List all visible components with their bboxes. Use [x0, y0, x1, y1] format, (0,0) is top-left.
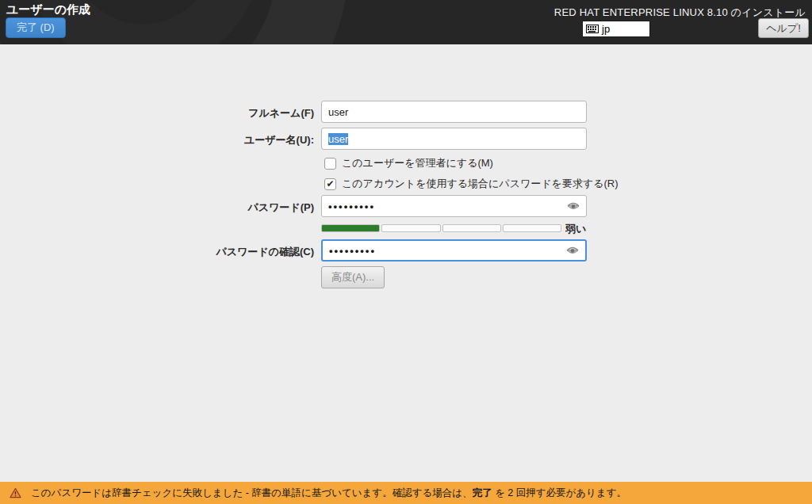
password-label: パスワード(P): [0, 200, 314, 215]
make-admin-checkbox-row[interactable]: このユーザーを管理者にする(M): [324, 156, 493, 170]
username-label: ユーザー名(U):: [0, 133, 314, 147]
keyboard-layout-label: jp: [602, 23, 610, 35]
make-admin-checkbox[interactable]: [324, 158, 336, 170]
reveal-confirm-password-icon[interactable]: [566, 246, 579, 255]
password-masked-value: •••••••••: [328, 200, 375, 212]
confirm-password-input[interactable]: •••••••••: [321, 239, 587, 262]
done-button[interactable]: 完了 (D): [6, 17, 66, 38]
require-password-checkbox-label: このアカウントを使用する場合にパスワードを要求する(R): [342, 177, 619, 191]
password-input[interactable]: •••••••••: [321, 195, 587, 217]
password-strength-bar: [321, 224, 561, 232]
strength-segment: [381, 224, 440, 232]
header: ユーザーの作成 完了 (D) RED HAT ENTERPRISE LINUX …: [0, 0, 812, 44]
require-password-checkbox-row[interactable]: このアカウントを使用する場合にパスワードを要求する(R): [324, 177, 619, 191]
keyboard-layout-indicator[interactable]: jp: [582, 21, 650, 37]
username-input[interactable]: user: [321, 128, 587, 150]
keyboard-icon: [586, 25, 599, 33]
warning-bar: このパスワードは辞書チェックに失敗しました - 辞書の単語に基づいています。確認…: [0, 482, 812, 504]
full-name-label: フルネーム(F): [0, 106, 314, 120]
make-admin-checkbox-label: このユーザーを管理者にする(M): [342, 156, 493, 170]
strength-segment: [503, 224, 561, 232]
confirm-password-label: パスワードの確認(C): [0, 245, 314, 259]
require-password-checkbox[interactable]: [324, 178, 336, 190]
create-user-form: フルネーム(F) ユーザー名(U): user このユーザーを管理者にする(M)…: [0, 44, 812, 482]
warning-message-done-ref: 完了: [473, 487, 492, 498]
strength-segment: [321, 224, 380, 232]
strength-segment: [442, 224, 501, 232]
confirm-password-masked-value: •••••••••: [329, 245, 376, 257]
reveal-password-icon[interactable]: [567, 201, 580, 211]
warning-message-suffix: を 2 回押す必要があります。: [492, 487, 626, 498]
warning-icon: [10, 487, 21, 498]
warning-message: このパスワードは辞書チェックに失敗しました - 辞書の単語に基づいています。確認…: [31, 487, 626, 500]
warning-message-prefix: このパスワードは辞書チェックに失敗しました - 辞書の単語に基づいています。確認…: [31, 487, 473, 498]
advanced-button[interactable]: 高度(A)...: [321, 266, 385, 288]
full-name-input[interactable]: [321, 101, 587, 123]
help-button[interactable]: ヘルプ!: [758, 18, 809, 38]
password-strength-fill: [322, 225, 379, 231]
installer-window: ユーザーの作成 完了 (D) RED HAT ENTERPRISE LINUX …: [0, 0, 812, 504]
username-selected-text: user: [328, 133, 348, 145]
password-strength-label: 弱い: [565, 222, 586, 236]
page-title: ユーザーの作成: [6, 2, 90, 17]
